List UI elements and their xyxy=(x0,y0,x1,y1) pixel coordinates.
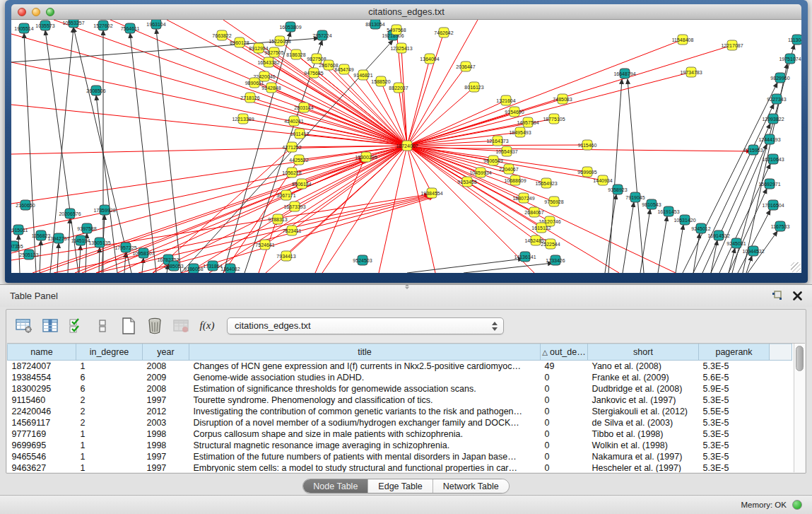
graph-node-yellow[interactable]: 9827505 xyxy=(269,47,280,58)
graph-node-teal[interactable]: 17957225 xyxy=(121,243,131,253)
graph-node-yellow[interactable]: 3067171 xyxy=(281,190,292,201)
graph-node-teal[interactable]: 1156823 xyxy=(36,230,47,241)
graph-node-yellow[interactable]: 4240241 xyxy=(289,116,300,127)
graph-node-yellow[interactable]: 18300295 xyxy=(361,152,372,163)
graph-node-yellow[interactable]: 7485083 xyxy=(558,94,568,105)
graph-node-yellow[interactable]: 16673393 xyxy=(290,201,300,212)
graph-node-yellow[interactable]: 9475685 xyxy=(309,68,319,78)
graph-node-yellow[interactable]: 12217087 xyxy=(727,40,738,51)
function-builder-icon[interactable]: f(x) xyxy=(198,317,216,334)
tab-network-table[interactable]: Network Table xyxy=(433,479,509,493)
graph-node-yellow[interactable]: 14524851 xyxy=(531,235,541,246)
column-header-in_degree[interactable]: in_degree xyxy=(76,344,143,361)
graph-node-teal[interactable]: 16210643 xyxy=(768,154,779,165)
column-header-year[interactable]: year xyxy=(143,344,189,361)
graph-node-yellow[interactable]: 16543382 xyxy=(264,57,274,68)
scrollbar-thumb[interactable] xyxy=(796,346,804,371)
graph-node-yellow[interactable]: 7462642 xyxy=(439,28,449,38)
table-scrollbar[interactable] xyxy=(794,344,805,472)
graph-node-teal[interactable]: 10531420 xyxy=(680,215,690,226)
graph-node-teal[interactable]: 1167533 xyxy=(775,221,786,232)
graph-node-teal[interactable]: 1145194 xyxy=(76,235,86,246)
graph-node-yellow[interactable]: 10459934 xyxy=(476,168,486,178)
graph-node-teal[interactable]: 1364082 xyxy=(225,264,236,274)
graph-node-yellow[interactable]: 2803144 xyxy=(299,103,310,113)
graph-node-teal[interactable]: 7919045 xyxy=(630,192,641,203)
graph-node-yellow[interactable]: 10688609 xyxy=(510,175,521,186)
table-row[interactable]: 1456911722003Disruption of a novel membe… xyxy=(8,417,792,428)
graph-node-yellow[interactable]: 14957584 xyxy=(523,117,534,128)
graph-node-yellow[interactable]: 19734783 xyxy=(686,67,697,78)
graph-node-yellow[interactable]: 9153458 xyxy=(462,177,473,187)
panel-splitter-handle[interactable] xyxy=(404,284,411,289)
column-header-name[interactable]: name xyxy=(8,344,76,361)
graph-node-teal[interactable]: 2160650 xyxy=(20,200,31,211)
new-column-icon[interactable] xyxy=(119,317,138,334)
graph-node-yellow[interactable]: 9242848 xyxy=(266,83,277,93)
graph-node-yellow[interactable]: 9756928 xyxy=(549,197,560,207)
column-header-short[interactable]: short xyxy=(588,344,699,361)
graph-node-teal[interactable]: 16914532 xyxy=(714,230,724,241)
graph-node-yellow[interactable]: 2718126 xyxy=(245,93,256,103)
graph-node-hub[interactable]: 18724007 xyxy=(402,141,413,151)
graph-node-teal[interactable]: 2608506 xyxy=(91,86,102,96)
graph-node-yellow[interactable]: 8960128 xyxy=(235,37,245,48)
close-panel-icon[interactable] xyxy=(793,291,802,300)
tab-node-table[interactable]: Node Table xyxy=(303,479,367,493)
graph-node-teal[interactable]: 20206576 xyxy=(65,209,76,219)
graph-node-yellow[interactable]: 9699695 xyxy=(582,167,593,177)
table-row[interactable]: 946362711997Embryonic stem cells: a mode… xyxy=(8,462,792,473)
table-selector-dropdown[interactable]: citations_edges.txt xyxy=(227,317,504,334)
table-row[interactable]: 1830029562008Estimation of significance … xyxy=(8,383,792,395)
graph-node-teal[interactable]: 14136141 xyxy=(520,252,531,262)
graph-node-teal[interactable]: 9245012 xyxy=(696,223,707,234)
graph-node-yellow[interactable]: 7663822 xyxy=(217,30,228,41)
graph-node-teal[interactable]: 10553257 xyxy=(69,20,79,28)
float-panel-icon[interactable] xyxy=(772,291,783,301)
graph-node-yellow[interactable]: 1588520 xyxy=(376,76,387,87)
graph-node-yellow[interactable]: 18775105 xyxy=(549,114,560,124)
graph-node-yellow[interactable]: 8016123 xyxy=(469,82,480,93)
graph-node-yellow[interactable]: 15654923 xyxy=(541,178,552,189)
graph-node-teal[interactable]: 9358923 xyxy=(613,185,623,195)
graph-node-teal[interactable]: 1113044 xyxy=(792,35,802,45)
graph-node-teal[interactable]: 9397588 xyxy=(82,223,93,234)
table-settings-icon[interactable] xyxy=(15,317,33,334)
graph-node-yellow[interactable]: 9806549 xyxy=(488,156,499,166)
graph-node-teal[interactable]: 16053809 xyxy=(286,22,296,33)
graph-node-teal[interactable]: 13505135 xyxy=(95,238,105,248)
table-row[interactable]: 1938455462009Genome-wide association stu… xyxy=(8,372,792,383)
network-canvas[interactable]: 1905514103557310553257152760275646111963… xyxy=(11,20,801,273)
graph-node-yellow[interactable]: 1440934 xyxy=(598,175,608,186)
column-header-title[interactable]: title xyxy=(189,344,541,361)
graph-node-yellow[interactable]: 2867608 xyxy=(324,60,334,71)
graph-node-teal[interactable]: 1963104 xyxy=(151,20,162,30)
graph-node-yellow[interactable]: 7823411 xyxy=(287,226,298,236)
graph-node-teal[interactable]: 1527602 xyxy=(98,21,109,31)
graph-node-teal[interactable]: 9245031 xyxy=(731,238,742,249)
graph-node-yellow[interactable]: 2522544 xyxy=(546,239,556,250)
graph-node-yellow[interactable]: 2684067 xyxy=(529,207,540,218)
select-all-checks-icon[interactable] xyxy=(67,317,86,334)
graph-node-teal[interactable]: 7857224 xyxy=(317,30,328,41)
graph-node-yellow[interactable]: 4425522 xyxy=(294,155,305,165)
graph-node-teal[interactable]: 1035573 xyxy=(40,21,51,31)
graph-node-teal[interactable]: 8813054 xyxy=(370,20,381,30)
graph-node-yellow[interactable]: 10554937 xyxy=(502,146,512,157)
table-row[interactable]: 1872400712008Changes of HCN gene express… xyxy=(8,361,792,372)
graph-node-teal[interactable]: 10944532 xyxy=(748,246,759,257)
graph-node-yellow[interactable]: 8186328 xyxy=(291,49,302,60)
graph-node-yellow[interactable]: 12164373 xyxy=(493,136,503,146)
graph-node-teal[interactable]: 9227343 xyxy=(772,94,782,105)
graph-node-teal[interactable]: 16648794 xyxy=(620,69,630,79)
window-titlebar[interactable]: citations_edges.txt xyxy=(11,4,801,20)
graph-node-yellow[interactable]: 11548408 xyxy=(678,35,688,45)
graph-node-yellow[interactable]: 1011412 xyxy=(295,129,305,139)
graph-node-teal[interactable]: 17359928 xyxy=(100,205,110,216)
graph-node-teal[interactable]: 9524503 xyxy=(358,255,368,266)
graph-node-yellow[interactable]: 7934413 xyxy=(281,251,292,262)
graph-node-yellow[interactable]: 8822037 xyxy=(394,83,404,93)
column-header-out_degree[interactable]: △out_de… xyxy=(541,344,588,361)
table-row[interactable]: 911546021997Tourette syndrome. Phenomeno… xyxy=(8,395,792,406)
graph-node-yellow[interactable]: 7524641 xyxy=(260,240,271,250)
